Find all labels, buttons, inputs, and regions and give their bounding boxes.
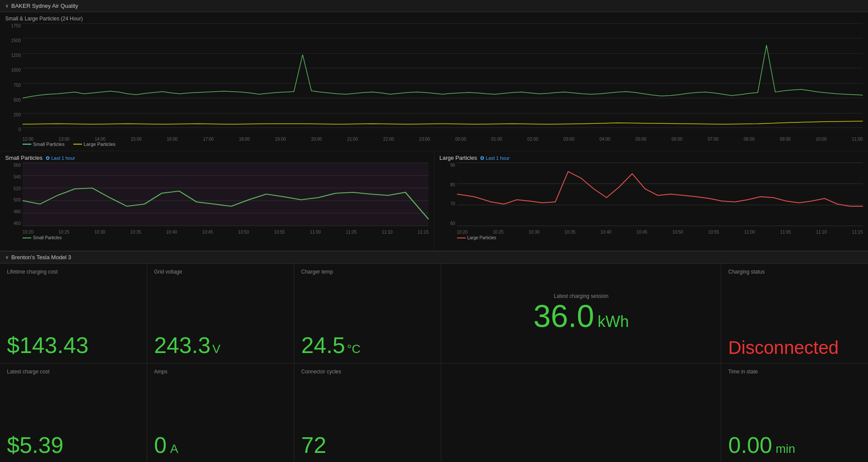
page-header: ∨ BAKER Sydney Air Quality	[0, 0, 868, 12]
top-chart-legend: Small Particles Large Particles	[5, 142, 863, 147]
metric-grid-voltage-unit: V	[212, 342, 220, 356]
metric-amps-label: Amps	[154, 369, 287, 375]
large-particles-time-badge-dot-icon	[480, 156, 484, 160]
metric-charging-status-label: Charging status	[728, 269, 861, 275]
small-particles-legend-label: Small Particles	[33, 235, 62, 240]
large-particles-y-axis: 90 80 70 60	[440, 163, 457, 226]
metric-time-in-state-unit: min	[776, 442, 795, 456]
metric-charger-temp-label: Charger temp	[301, 269, 434, 275]
metric-connector-cycles: Connector cycles 72	[294, 363, 441, 462]
legend-small-particles-label: Small Particles	[33, 142, 65, 147]
svg-rect-8	[23, 163, 429, 226]
metric-latest-charge-cost-value: $5.39	[7, 433, 140, 458]
metric-lifetime-cost: Lifetime charging cost $143.43	[0, 264, 147, 363]
large-particles-time-badge: Last 1 hour	[480, 155, 510, 161]
large-particles-svg	[457, 163, 863, 226]
metric-grid-voltage-value: 243.3	[154, 333, 210, 358]
top-chart-x-axis: 12:00 13:00 14:00 15:00 16:00 17:00 18:0…	[23, 137, 863, 142]
tesla-chevron-icon[interactable]: ∨	[5, 254, 9, 260]
metric-amps-value: 0	[154, 433, 167, 458]
large-particles-panel: Large Particles Last 1 hour 90 80 70 60	[434, 151, 868, 251]
metric-charging-session-value: 36.0	[533, 299, 594, 333]
metric-latest-charge-cost-label: Latest charge cost	[7, 369, 140, 375]
metric-charger-temp-value: 24.5	[301, 333, 345, 358]
metric-charging-session: Latest charging session 36.0 kWh	[441, 264, 721, 363]
large-particles-title: Large Particles	[440, 155, 477, 161]
metric-charging-session-spacer	[441, 363, 721, 462]
small-particles-x-axis: 10:20 10:25 10:30 10:35 10:40 10:45 10:5…	[23, 230, 429, 234]
large-particles-chart-container: 90 80 70 60 10:20 10:25 10:30 10:35 10:4…	[440, 163, 863, 234]
small-particles-title: Small Particles	[5, 155, 43, 161]
legend-large-particles: Large Particles	[73, 142, 115, 147]
large-particles-x-axis: 10:20 10:25 10:30 10:35 10:40 10:45 10:5…	[457, 230, 863, 234]
metric-charging-session-unit: kWh	[598, 313, 629, 331]
legend-small-particles-line	[23, 144, 31, 145]
large-particles-time-label: Last 1 hour	[486, 155, 510, 161]
top-chart-y-axis: 1750 1500 1250 1000 750 500 250 0	[5, 23, 23, 132]
metric-time-in-state-label: Time in state	[728, 369, 861, 375]
metric-charging-status-value: Disconnected	[728, 338, 861, 358]
tesla-section-title: Brenton's Tesla Model 3	[11, 254, 71, 261]
metric-amps-unit: A	[170, 442, 178, 456]
tesla-section-header: ∨ Brenton's Tesla Model 3	[0, 251, 868, 264]
metric-grid-voltage: Grid voltage 243.3 V	[147, 264, 294, 363]
metric-amps: Amps 0 A	[147, 363, 294, 462]
page-title: BAKER Sydney Air Quality	[11, 3, 78, 9]
legend-large-particles-line	[73, 144, 82, 145]
small-particles-header: Small Particles Last 1 hour	[5, 155, 429, 161]
metric-lifetime-cost-label: Lifetime charging cost	[7, 269, 140, 275]
metric-time-in-state: Time in state 0.00 min	[721, 363, 868, 462]
metric-charging-status: Charging status Disconnected	[721, 264, 868, 363]
small-particles-y-axis: 560 540 520 500 480 460	[5, 163, 23, 226]
metrics-section: Lifetime charging cost $143.43 Grid volt…	[0, 264, 868, 462]
legend-small-particles: Small Particles	[23, 142, 65, 147]
metric-connector-cycles-label: Connector cycles	[301, 369, 434, 375]
time-badge-dot-icon	[46, 156, 49, 160]
top-chart-svg	[23, 23, 863, 128]
top-chart-container: 1750 1500 1250 1000 750 500 250 0 12:00	[5, 23, 863, 141]
top-chart-panel: Small & Large Particles (24 Hour) 1750 1…	[0, 12, 868, 151]
small-particles-legend: Small Particles	[5, 235, 429, 240]
large-particles-legend: Large Particles	[440, 235, 863, 240]
legend-large-particles-label: Large Particles	[84, 142, 115, 147]
small-particles-svg	[23, 163, 429, 226]
large-particles-legend-label: Large Particles	[467, 235, 496, 240]
metric-time-in-state-value: 0.00	[728, 433, 772, 458]
header-chevron-icon[interactable]: ∨	[5, 3, 9, 9]
metrics-row-2: Latest charge cost $5.39 Amps 0 A Connec…	[0, 363, 868, 462]
small-particles-panel: Small Particles Last 1 hour 560 540 520 …	[0, 151, 434, 251]
metric-lifetime-cost-value: $143.43	[7, 333, 140, 358]
metric-grid-voltage-label: Grid voltage	[154, 269, 287, 275]
middle-row: Small Particles Last 1 hour 560 540 520 …	[0, 151, 868, 251]
large-particles-header: Large Particles Last 1 hour	[440, 155, 863, 161]
top-chart-title: Small & Large Particles (24 Hour)	[5, 16, 863, 22]
metric-charging-session-label: Latest charging session	[554, 293, 608, 299]
metrics-row-1: Lifetime charging cost $143.43 Grid volt…	[0, 264, 868, 363]
metric-charger-temp-unit: °C	[347, 342, 360, 356]
metric-connector-cycles-value: 72	[301, 433, 434, 458]
metric-charger-temp: Charger temp 24.5 °C	[294, 264, 441, 363]
large-particles-legend-line	[457, 238, 466, 238]
metric-latest-charge-cost: Latest charge cost $5.39	[0, 363, 147, 462]
small-particles-time-badge: Last 1 hour	[46, 155, 75, 161]
small-particles-chart-container: 560 540 520 500 480 460 10:20 10:25	[5, 163, 429, 234]
small-particles-time-label: Last 1 hour	[51, 155, 75, 161]
small-particles-legend-line	[23, 238, 31, 238]
